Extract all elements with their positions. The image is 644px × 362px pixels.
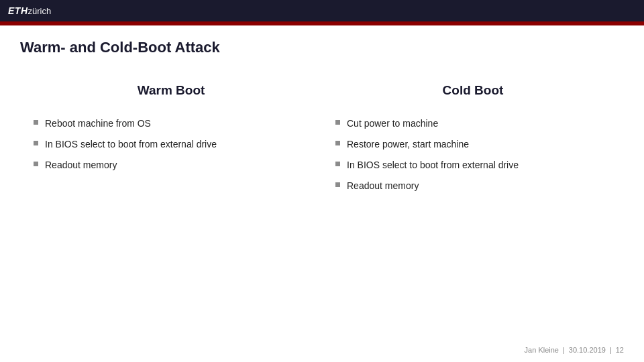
bullet-icon [34, 120, 38, 125]
warm-boot-list: Reboot machine from OSIn BIOS select to … [34, 117, 309, 172]
bullet-icon [335, 120, 340, 125]
footer-page: 12 [616, 346, 624, 354]
cold-boot-column: Cold Boot Cut power to machineRestore po… [322, 76, 624, 206]
warm-boot-column: Warm Boot Reboot machine from OSIn BIOS … [20, 76, 322, 206]
eth-zurich-text: zürich [28, 6, 52, 16]
warm-boot-title: Warm Boot [34, 83, 309, 98]
eth-logo: ETH zürich [8, 5, 51, 16]
eth-bold-text: ETH [8, 5, 28, 16]
bullet-icon [335, 162, 340, 166]
bullet-icon [335, 141, 340, 145]
cold-boot-list: Cut power to machineRestore power, start… [335, 117, 610, 193]
footer-date: 30.10.2019 [569, 346, 606, 354]
list-item: Restore power, start machine [335, 137, 610, 152]
content-area: Warm Boot Reboot machine from OSIn BIOS … [0, 63, 644, 220]
list-item: Readout memory [335, 179, 610, 193]
bullet-icon [335, 182, 340, 187]
list-item-text: Cut power to machine [347, 117, 438, 131]
list-item: Readout memory [34, 158, 309, 172]
footer-author: Jan Kleine [525, 346, 559, 354]
list-item-text: Reboot machine from OS [45, 117, 151, 131]
list-item-text: In BIOS select to boot from external dri… [45, 137, 217, 152]
header-bar: ETH zürich [0, 0, 644, 21]
page-title: Warm- and Cold-Boot Attack [0, 25, 644, 63]
list-item-text: Restore power, start machine [347, 137, 469, 152]
footer: Jan Kleine | 30.10.2019 | 12 [525, 346, 624, 354]
list-item-text: Readout memory [45, 158, 117, 172]
list-item: In BIOS select to boot from external dri… [34, 137, 309, 152]
bullet-icon [34, 162, 38, 166]
footer-divider-2: | [610, 346, 612, 354]
cold-boot-title: Cold Boot [335, 83, 610, 98]
list-item-text: Readout memory [347, 179, 419, 193]
list-item-text: In BIOS select to boot from external dri… [347, 158, 519, 172]
list-item: Reboot machine from OS [34, 117, 309, 131]
list-item: In BIOS select to boot from external dri… [335, 158, 610, 172]
footer-divider-1: | [563, 346, 565, 354]
list-item: Cut power to machine [335, 117, 610, 131]
bullet-icon [34, 141, 38, 145]
